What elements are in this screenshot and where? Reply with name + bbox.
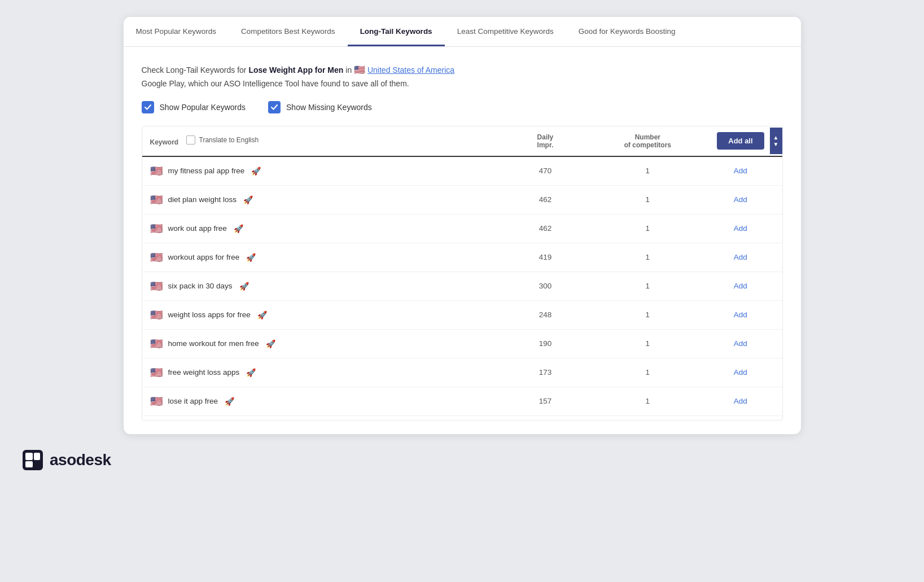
daily-impr-8: 157 <box>494 387 596 415</box>
scroll-down-arrow[interactable]: ▼ <box>773 142 779 147</box>
desc-prefix: Check Long-Tail Keywords for <box>142 65 249 75</box>
add-link-6[interactable]: Add <box>734 339 747 348</box>
flag-us-8: 🇺🇸 <box>150 395 163 408</box>
rocket-icon-7: 🚀 <box>246 368 256 377</box>
tabs-container: Most Popular Keywords Competitors Best K… <box>124 17 801 47</box>
flag-us-0: 🇺🇸 <box>150 165 163 177</box>
content-area: Check Long-Tail Keywords for Lose Weight… <box>124 47 801 434</box>
add-cell-8: Add <box>699 387 782 415</box>
keyword-cell-2: 🇺🇸 work out app free 🚀 <box>142 214 494 243</box>
add-link-7[interactable]: Add <box>734 368 747 377</box>
tab-long-tail[interactable]: Long-Tail Keywords <box>348 17 445 46</box>
keyword-text-6: home workout for men free <box>168 339 259 348</box>
svg-rect-2 <box>25 461 33 467</box>
keyword-cell-4: 🇺🇸 six pack in 30 days 🚀 <box>142 272 494 300</box>
add-cell-1: Add <box>699 185 782 214</box>
col-header-action: Add all ▲ ▼ <box>699 126 782 156</box>
table-row: 🇺🇸 weight loss apps for free 🚀 248 1 Add <box>142 300 782 329</box>
keyword-cell-5: 🇺🇸 weight loss apps for free 🚀 <box>142 300 494 329</box>
keyword-cell-9: 🇺🇸 free workout apps for men 🚀 <box>142 415 494 420</box>
keyword-cell-7: 🇺🇸 free weight loss apps 🚀 <box>142 358 494 387</box>
num-competitors-0: 1 <box>597 156 699 186</box>
keywords-table-wrapper: Keyword Translate to English Daily Impr. <box>142 126 783 421</box>
show-missing-checkbox[interactable]: Show Missing Keywords <box>268 101 372 113</box>
add-cell-5: Add <box>699 300 782 329</box>
rocket-icon-5: 🚀 <box>257 310 267 320</box>
rocket-icon-1: 🚀 <box>243 195 253 204</box>
tab-least-competitive[interactable]: Least Competitive Keywords <box>445 17 566 46</box>
show-popular-label: Show Popular Keywords <box>160 103 246 112</box>
checkbox-row: Show Popular Keywords Show Missing Keywo… <box>142 101 783 113</box>
num-competitors-3: 1 <box>597 243 699 272</box>
num-competitors-6: 1 <box>597 329 699 358</box>
rocket-icon-8: 🚀 <box>225 397 234 406</box>
num-competitors-1: 1 <box>597 185 699 214</box>
rocket-icon-2: 🚀 <box>234 224 243 233</box>
add-link-1[interactable]: Add <box>734 195 747 204</box>
brand-name: asodesk <box>50 451 111 469</box>
flag-us-3: 🇺🇸 <box>150 251 163 264</box>
daily-impr-5: 248 <box>494 300 596 329</box>
tab-good-for-boosting[interactable]: Good for Keywords Boosting <box>566 17 688 46</box>
table-row: 🇺🇸 my fitness pal app free 🚀 470 1 Add <box>142 156 782 186</box>
show-popular-check-icon <box>142 101 154 113</box>
tab-most-popular[interactable]: Most Popular Keywords <box>124 17 229 46</box>
keyword-text-2: work out app free <box>168 224 227 233</box>
brand-logo-icon <box>23 450 43 470</box>
add-link-3[interactable]: Add <box>734 253 747 261</box>
table-row: 🇺🇸 free workout apps for men 🚀 157 1 Add <box>142 415 782 420</box>
rocket-icon-6: 🚀 <box>266 339 275 348</box>
keyword-text-8: lose it app free <box>168 397 218 405</box>
num-competitors-8: 1 <box>597 387 699 415</box>
daily-impr-2: 462 <box>494 214 596 243</box>
col-header-daily-impr: Daily Impr. <box>494 126 596 156</box>
add-cell-4: Add <box>699 272 782 300</box>
col-header-keyword: Keyword Translate to English <box>142 126 494 156</box>
add-link-0[interactable]: Add <box>734 167 747 175</box>
keyword-cell-6: 🇺🇸 home workout for men free 🚀 <box>142 329 494 358</box>
tab-competitors-best[interactable]: Competitors Best Keywords <box>229 17 348 46</box>
main-card: Most Popular Keywords Competitors Best K… <box>124 17 801 434</box>
flag-us-7: 🇺🇸 <box>150 366 163 379</box>
table-row: 🇺🇸 lose it app free 🚀 157 1 Add <box>142 387 782 415</box>
svg-rect-1 <box>25 453 33 460</box>
translate-checkbox[interactable] <box>186 135 195 145</box>
daily-impr-9: 157 <box>494 415 596 420</box>
keyword-cell-3: 🇺🇸 workout apps for free 🚀 <box>142 243 494 272</box>
add-all-button[interactable]: Add all <box>717 132 764 150</box>
desc-mid: in <box>343 65 354 75</box>
add-cell-0: Add <box>699 156 782 186</box>
daily-impr-3: 419 <box>494 243 596 272</box>
translate-checkbox-wrapper[interactable]: Translate to English <box>186 135 259 145</box>
keyword-text-0: my fitness pal app free <box>168 167 245 175</box>
rocket-icon-4: 🚀 <box>239 282 249 291</box>
show-popular-checkbox[interactable]: Show Popular Keywords <box>142 101 246 113</box>
keyword-cell-1: 🇺🇸 diet plan weight loss 🚀 <box>142 185 494 214</box>
rocket-icon-0: 🚀 <box>251 167 261 176</box>
rocket-icon-3: 🚀 <box>246 253 256 262</box>
daily-impr-6: 190 <box>494 329 596 358</box>
keywords-table: Keyword Translate to English Daily Impr. <box>142 126 782 420</box>
keyword-text-7: free weight loss apps <box>168 368 240 377</box>
svg-rect-0 <box>23 450 43 470</box>
table-scroll[interactable]: Keyword Translate to English Daily Impr. <box>142 126 782 420</box>
num-competitors-5: 1 <box>597 300 699 329</box>
daily-impr-4: 300 <box>494 272 596 300</box>
col-header-num-competitors: Number of competitors <box>597 126 699 156</box>
add-link-4[interactable]: Add <box>734 282 747 290</box>
scroll-up-arrow[interactable]: ▲ <box>773 135 779 141</box>
flag-us-5: 🇺🇸 <box>150 309 163 321</box>
daily-impr-0: 470 <box>494 156 596 186</box>
daily-impr-7: 173 <box>494 358 596 387</box>
daily-impr-1: 462 <box>494 185 596 214</box>
footer-brand: asodesk <box>23 450 111 470</box>
add-link-5[interactable]: Add <box>734 310 747 319</box>
translate-label: Translate to English <box>199 136 259 144</box>
table-row: 🇺🇸 free weight loss apps 🚀 173 1 Add <box>142 358 782 387</box>
flag-us-6: 🇺🇸 <box>150 338 163 350</box>
add-link-2[interactable]: Add <box>734 224 747 233</box>
table-row: 🇺🇸 six pack in 30 days 🚀 300 1 Add <box>142 272 782 300</box>
add-link-8[interactable]: Add <box>734 397 747 405</box>
country-link[interactable]: United States of America <box>367 65 454 75</box>
keyword-text-3: workout apps for free <box>168 253 240 261</box>
